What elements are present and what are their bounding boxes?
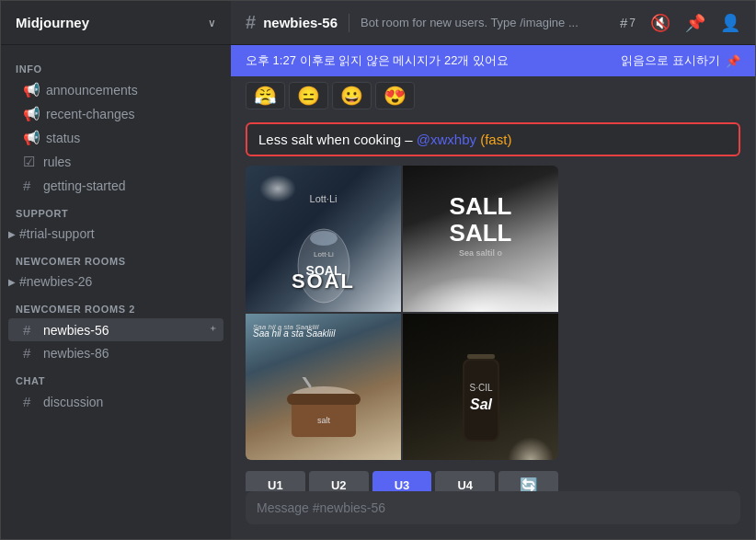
section-label-newcomer-rooms: NEWCOMER ROOMS xyxy=(1,245,231,270)
sidebar-item-discussion[interactable]: # discussion xyxy=(8,390,223,413)
hash-icon: # xyxy=(23,322,38,338)
notification-action-text: 읽음으로 표시하기 xyxy=(621,52,720,69)
message-text: Less salt when cooking xyxy=(258,132,401,147)
image-content-2: SALLSALL Sea saltil o xyxy=(403,166,558,312)
channel-label: trial-support xyxy=(27,226,95,241)
sidebar-item-rules[interactable]: ☑ rules xyxy=(8,150,223,174)
refresh-button[interactable]: 🔄 xyxy=(498,471,558,491)
main-content: # newbies-56 Bot room for new users. Typ… xyxy=(231,1,755,539)
channel-label: discussion xyxy=(43,395,103,409)
chat-input-placeholder: Message #newbies-56 xyxy=(257,500,729,515)
channel-header: # newbies-56 Bot room for new users. Typ… xyxy=(231,1,755,45)
channel-label: announcements xyxy=(46,83,138,98)
chevron-right-icon: ▶ xyxy=(8,277,16,287)
hash-icon: # xyxy=(19,226,27,241)
image-cell-4[interactable]: S·CIL Sal xyxy=(403,314,558,460)
sidebar: Midjourney ∨ INFO 📢 announcements 📢 rece… xyxy=(1,1,231,539)
u4-button[interactable]: U4 xyxy=(435,471,495,491)
members-count-icon[interactable]: #7 xyxy=(620,15,636,30)
checkbox-icon: ☑ xyxy=(23,154,38,170)
svg-text:Lott·Li: Lott·Li xyxy=(314,250,334,259)
svg-text:SOAL: SOAL xyxy=(305,263,341,278)
sidebar-item-status[interactable]: 📢 status xyxy=(8,126,223,150)
salt-label-2: SALLSALL Sea saltil o xyxy=(450,193,512,259)
channel-description: Bot room for new users. Type /imagine ..… xyxy=(361,16,613,29)
svg-point-1 xyxy=(310,231,338,246)
channel-label: newbies-26 xyxy=(27,274,93,289)
image-cell-3[interactable]: Saa hil a sta Saakliil salt xyxy=(246,314,401,460)
channel-label: status xyxy=(46,131,80,145)
image-cell-2[interactable]: SALLSALL Sea saltil o xyxy=(403,166,558,312)
member-icon[interactable]: 👤 xyxy=(720,13,740,33)
sidebar-item-newbies-56[interactable]: # newbies-56 ⁺ xyxy=(8,318,223,341)
header-divider xyxy=(349,14,349,32)
highlighted-message: Less salt when cooking – @xwxhby (fast) xyxy=(246,122,740,156)
notification-text: 오후 1:27 이후로 읽지 않은 메시지가 22개 있어요 xyxy=(246,52,509,69)
section-label-support: SUPPORT xyxy=(1,197,231,223)
sidebar-header[interactable]: Midjourney ∨ xyxy=(1,1,231,45)
add-member-icon: ⁺ xyxy=(210,323,216,338)
channel-label: newbies-86 xyxy=(43,346,109,361)
message-mention[interactable]: @xwxhby xyxy=(417,132,476,147)
sidebar-content: INFO 📢 announcements 📢 recent-changes 📢 … xyxy=(1,45,231,539)
image-content-1: SOAL Lott·Li xyxy=(246,166,401,312)
megaphone-icon: 📢 xyxy=(23,82,40,98)
chevron-down-icon: ∨ xyxy=(208,17,216,29)
messages-area: Less salt when cooking – @xwxhby (fast) xyxy=(231,115,755,491)
notification-pin-icon: 📌 xyxy=(726,54,740,68)
u-buttons-row: U1 U2 U3 U4 🔄 xyxy=(246,471,558,491)
section-label-newcomer-rooms-2: NEWCOMER ROOMS 2 xyxy=(1,293,231,318)
svg-rect-9 xyxy=(467,354,495,359)
image-content-3: Saa hil a sta Saakliil salt xyxy=(246,314,401,460)
channel-label: getting-started xyxy=(43,178,126,193)
channel-name: newbies-56 xyxy=(263,15,338,30)
image-cell-1[interactable]: SOAL Lott·Li xyxy=(246,166,401,312)
megaphone-icon: 📢 xyxy=(23,130,40,146)
chat-input-bar[interactable]: Message #newbies-56 xyxy=(246,491,740,524)
chat-input-area: Message #newbies-56 xyxy=(231,491,755,539)
mute-icon[interactable]: 🔇 xyxy=(650,13,670,33)
emoji-row: 😤 😑 😀 😍 xyxy=(231,76,755,115)
image-grid: SOAL Lott·Li SALLSALL Sea saltil xyxy=(246,166,558,460)
channel-label: recent-changes xyxy=(46,107,135,121)
emoji-btn-happy[interactable]: 😀 xyxy=(332,82,372,109)
hash-icon: # xyxy=(23,178,38,193)
pin-icon[interactable]: 📌 xyxy=(685,13,705,33)
svg-text:salt: salt xyxy=(316,416,330,425)
chevron-right-icon: ▶ xyxy=(8,229,16,239)
svg-text:Sal: Sal xyxy=(469,396,492,412)
emoji-btn-neutral[interactable]: 😑 xyxy=(289,82,328,109)
channel-label: newbies-56 xyxy=(43,323,109,338)
sidebar-group-newbies-26[interactable]: ▶ # newbies-26 xyxy=(1,270,231,293)
message-separator: – xyxy=(405,132,417,147)
emoji-btn-angry[interactable]: 😤 xyxy=(246,82,285,109)
sidebar-item-getting-started[interactable]: # getting-started xyxy=(8,174,223,197)
hash-icon: # xyxy=(23,345,38,361)
emoji-btn-love[interactable]: 😍 xyxy=(375,82,415,109)
section-label-chat: CHAT xyxy=(1,364,231,390)
section-label-info: INFO xyxy=(1,52,231,78)
svg-line-7 xyxy=(301,377,310,386)
svg-text:S·CIL: S·CIL xyxy=(469,383,492,393)
sidebar-item-newbies-86[interactable]: # newbies-86 xyxy=(8,341,223,364)
sidebar-group-trial-support[interactable]: ▶ # trial-support xyxy=(1,223,231,245)
notification-bar: 오후 1:27 이후로 읽지 않은 메시지가 22개 있어요 읽음으로 표시하기… xyxy=(231,45,755,76)
message-tag: (fast) xyxy=(480,132,511,147)
channel-hash-icon: # xyxy=(246,12,256,33)
image-content-4: S·CIL Sal xyxy=(403,314,558,460)
server-name: Midjourney xyxy=(16,15,89,30)
channel-label: rules xyxy=(43,155,71,169)
sidebar-item-recent-changes[interactable]: 📢 recent-changes xyxy=(8,102,223,126)
megaphone-icon: 📢 xyxy=(23,106,40,122)
sidebar-item-announcements[interactable]: 📢 announcements xyxy=(8,78,223,102)
svg-rect-6 xyxy=(287,394,361,405)
image-grid-container: SOAL Lott·Li SALLSALL Sea saltil xyxy=(246,166,740,460)
header-icons: #7 🔇 📌 👤 xyxy=(620,13,740,33)
u2-button[interactable]: U2 xyxy=(309,471,369,491)
hash-icon: # xyxy=(19,274,27,289)
action-buttons: U1 U2 U3 U4 🔄 V1 V2 V3 V4 xyxy=(246,471,558,491)
hash-icon: # xyxy=(23,394,38,409)
u1-button[interactable]: U1 xyxy=(246,471,305,491)
u3-button[interactable]: U3 xyxy=(372,471,432,491)
notification-action[interactable]: 읽음으로 표시하기 📌 xyxy=(621,52,740,69)
